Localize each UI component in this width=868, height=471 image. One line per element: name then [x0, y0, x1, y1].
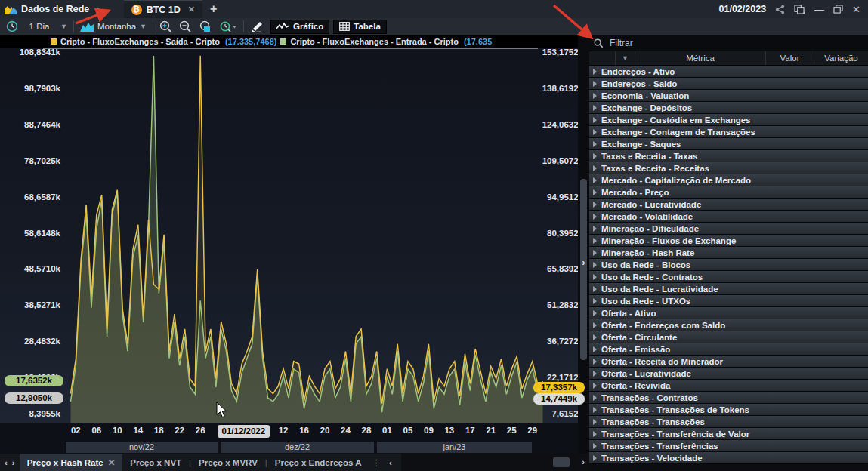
- tabs-scroll-right-icon[interactable]: ›: [12, 458, 20, 467]
- expand-arrow-icon[interactable]: [593, 455, 597, 461]
- header-value[interactable]: Valor: [765, 51, 814, 65]
- period-dropdown[interactable]: 1 Dia ▼: [0, 18, 73, 35]
- zoom-out-button[interactable]: [179, 20, 192, 33]
- expand-arrow-icon[interactable]: [593, 141, 597, 147]
- splitter-scrollbar[interactable]: [580, 179, 587, 360]
- expand-arrow-icon[interactable]: [593, 226, 597, 232]
- app-tab-dados-de-rede[interactable]: Dados de Rede ∧: [0, 0, 106, 18]
- metric-row[interactable]: Mineração - Hash Rate: [589, 247, 868, 259]
- expand-arrow-icon[interactable]: [593, 177, 597, 183]
- metric-row[interactable]: Exchange - Custódia em Exchanges: [589, 114, 868, 126]
- metric-row[interactable]: Uso da Rede - Blocos: [589, 259, 868, 271]
- expand-arrow-icon[interactable]: [593, 298, 597, 304]
- zoom-selection-button[interactable]: [199, 20, 212, 33]
- expand-arrow-icon[interactable]: [593, 286, 597, 292]
- tabs-scroll-left-icon[interactable]: ‹: [0, 458, 12, 467]
- expand-arrow-icon[interactable]: [593, 153, 597, 159]
- chevron-up-icon[interactable]: ∧: [95, 5, 100, 14]
- tab-close-icon[interactable]: ✕: [108, 457, 116, 468]
- tab-pre-o-x-nvt[interactable]: Preço x NVT: [122, 454, 189, 471]
- share-icon[interactable]: [775, 5, 785, 14]
- tab-preco-x-hash-rate[interactable]: Preço x Hash Rate ✕: [20, 454, 123, 471]
- metric-row[interactable]: Transações - Velocidade: [589, 452, 868, 464]
- tab-pre-o-x-mvrv[interactable]: Preço x MVRV: [191, 454, 265, 471]
- expand-arrow-icon[interactable]: [593, 214, 597, 220]
- price-plot[interactable]: [0, 35, 589, 454]
- expand-arrow-icon[interactable]: [593, 419, 597, 425]
- metric-row[interactable]: Transações - Transações de Tokens: [589, 404, 868, 416]
- metric-row[interactable]: Oferta - Ativo: [589, 307, 868, 319]
- scroll-left-icon[interactable]: ‹: [385, 458, 397, 467]
- filter-box[interactable]: [589, 35, 868, 51]
- chart-style-dropdown[interactable]: Montanha ▼: [74, 18, 153, 35]
- expand-arrow-icon[interactable]: [593, 81, 597, 87]
- month-band-label[interactable]: dez/22: [219, 442, 375, 453]
- expand-arrow-icon[interactable]: [593, 431, 597, 437]
- tabs-scrollbar[interactable]: ›: [401, 454, 589, 471]
- expand-arrow-icon[interactable]: [593, 129, 597, 135]
- metric-row[interactable]: Exchange - Saques: [589, 138, 868, 150]
- metric-row[interactable]: Transações - Transferências: [589, 440, 868, 452]
- panel-collapse-handle[interactable]: ›: [579, 256, 588, 269]
- expand-arrow-icon[interactable]: [593, 395, 597, 401]
- metric-row[interactable]: Mineração - Fluxos de Exchange: [589, 235, 868, 247]
- header-filter-caret[interactable]: ▼: [615, 51, 635, 65]
- metric-row[interactable]: Oferta - Lucratividade: [589, 368, 868, 380]
- metric-row[interactable]: Mercado - Volatilidade: [589, 211, 868, 223]
- metric-row[interactable]: Exchange - Depósitos: [589, 102, 868, 114]
- current-date[interactable]: 01/02/2023: [719, 4, 767, 14]
- layout-windows-icon[interactable]: [794, 5, 805, 14]
- close-button[interactable]: ✕: [852, 5, 860, 14]
- metric-row[interactable]: Endereços - Ativo: [589, 66, 868, 78]
- expand-arrow-icon[interactable]: [593, 334, 597, 340]
- expand-arrow-icon[interactable]: [593, 93, 597, 99]
- restore-button[interactable]: [833, 5, 843, 14]
- expand-arrow-icon[interactable]: [593, 443, 597, 449]
- scroll-right-icon[interactable]: ›: [582, 454, 585, 471]
- expand-arrow-icon[interactable]: [593, 310, 597, 316]
- expand-arrow-icon[interactable]: [593, 322, 597, 328]
- grafico-button[interactable]: Gráfico: [270, 20, 329, 34]
- metric-row[interactable]: Oferta - Endereços com Saldo: [589, 319, 868, 331]
- metric-row[interactable]: Transações - Transferência de Valor: [589, 428, 868, 440]
- metric-row[interactable]: Exchange - Contagem de Transações: [589, 126, 868, 138]
- metric-row[interactable]: Oferta - Emissão: [589, 343, 868, 356]
- x-axis[interactable]: 0206101418222612162024280105091317212529…: [0, 423, 578, 441]
- metric-row[interactable]: Uso da Rede - Contratos: [589, 271, 868, 283]
- metric-row[interactable]: Oferta - Revivida: [589, 380, 868, 392]
- metric-row[interactable]: Uso da Rede - UTXOs: [589, 295, 868, 307]
- expand-arrow-icon[interactable]: [593, 117, 597, 123]
- tab-overflow-menu-icon[interactable]: ⋮: [369, 457, 385, 468]
- metric-row[interactable]: Transações - Contratos: [589, 392, 868, 404]
- draw-pencil-button[interactable]: [250, 20, 264, 32]
- expand-arrow-icon[interactable]: [593, 69, 597, 75]
- expand-arrow-icon[interactable]: [593, 238, 597, 244]
- metric-row[interactable]: Taxas e Receita - Taxas: [589, 150, 868, 162]
- expand-arrow-icon[interactable]: [593, 262, 597, 268]
- tabela-button[interactable]: Tabela: [333, 20, 387, 34]
- scrollbar-thumb[interactable]: [553, 457, 570, 467]
- expand-arrow-icon[interactable]: [593, 189, 597, 195]
- expand-arrow-icon[interactable]: [593, 250, 597, 256]
- zoom-in-button[interactable]: [159, 20, 172, 33]
- expand-arrow-icon[interactable]: [593, 407, 597, 413]
- metric-row[interactable]: Mercado - Lucratividade: [589, 199, 868, 211]
- expand-arrow-icon[interactable]: [593, 165, 597, 171]
- tab-btc-1d[interactable]: ₿ BTC 1D ✕: [124, 0, 202, 18]
- expand-arrow-icon[interactable]: [593, 274, 597, 280]
- metric-row[interactable]: Mercado - Capitalização de Mercado: [589, 174, 868, 186]
- minimize-button[interactable]: —: [814, 5, 824, 14]
- metric-row[interactable]: Economia - Valuation: [589, 90, 868, 102]
- month-band-label[interactable]: nov/22: [64, 442, 219, 453]
- new-tab-button[interactable]: +: [210, 2, 217, 16]
- chart-area[interactable]: Cripto - FluxoExchanges - Saída - Cripto…: [0, 35, 589, 454]
- expand-arrow-icon[interactable]: [593, 346, 597, 352]
- expand-arrow-icon[interactable]: [593, 383, 597, 389]
- expand-arrow-icon[interactable]: [593, 371, 597, 377]
- metric-row[interactable]: Endereços - Saldo: [589, 78, 868, 90]
- metric-row[interactable]: Mercado - Preço: [589, 186, 868, 199]
- month-band-label[interactable]: jan/23: [375, 442, 533, 453]
- filter-input[interactable]: [608, 37, 835, 49]
- metric-row[interactable]: Oferta - Receita do Minerador: [589, 356, 868, 368]
- header-metric[interactable]: Métrica: [635, 51, 765, 65]
